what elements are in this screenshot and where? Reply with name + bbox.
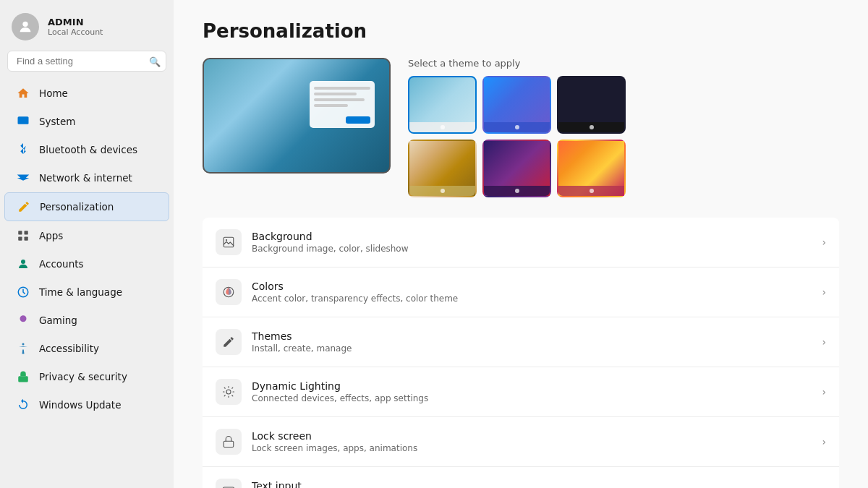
mock-line-3 <box>314 98 365 101</box>
sidebar-label-update: Windows Update <box>39 399 121 411</box>
sidebar-label-accessibility: Accessibility <box>39 343 99 354</box>
network-icon <box>16 171 30 185</box>
background-title: Background <box>252 231 822 242</box>
themes-title: Themes <box>252 330 822 342</box>
svg-point-8 <box>22 343 25 346</box>
themes-chevron: › <box>822 336 826 348</box>
sidebar: ADMIN Local Account 🔍 Home System Blueto… <box>0 0 174 488</box>
colors-subtitle: Accent color, transparency effects, colo… <box>252 294 822 304</box>
themes-panel: Select a theme to apply <box>408 58 839 197</box>
settings-item-dynamic-lighting[interactable]: Dynamic Lighting Connected devices, effe… <box>203 367 839 417</box>
sidebar-item-update[interactable]: Windows Update <box>4 391 169 419</box>
lock-screen-subtitle: Lock screen images, apps, animations <box>252 443 822 453</box>
sidebar-item-apps[interactable]: Apps <box>4 222 169 249</box>
mock-line-1 <box>314 87 370 90</box>
sidebar-label-network: Network & internet <box>39 172 132 184</box>
settings-item-lock-screen[interactable]: Lock screen Lock screen images, apps, an… <box>203 417 839 467</box>
sidebar-item-personalization[interactable]: Personalization <box>4 192 169 221</box>
sidebar-item-gaming[interactable]: Gaming <box>4 307 169 334</box>
system-icon <box>16 114 30 129</box>
svg-rect-2 <box>18 231 22 234</box>
svg-point-13 <box>226 390 231 394</box>
sidebar-item-privacy[interactable]: Privacy & security <box>4 363 169 390</box>
svg-point-11 <box>226 239 227 241</box>
sidebar-label-accounts: Accounts <box>39 258 84 270</box>
personalization-icon <box>17 200 31 214</box>
home-icon <box>16 86 30 100</box>
svg-rect-3 <box>25 231 28 234</box>
sidebar-label-personalization: Personalization <box>40 201 114 213</box>
text-input-title: Text input <box>252 480 822 488</box>
sidebar-item-time[interactable]: Time & language <box>4 278 169 306</box>
apps-icon <box>16 228 30 243</box>
dynamic-lighting-icon <box>216 379 242 405</box>
wallpaper-preview <box>203 58 391 174</box>
theme-gold[interactable] <box>408 140 477 197</box>
lock-screen-icon <box>216 429 242 455</box>
sidebar-item-home[interactable]: Home <box>4 80 169 107</box>
colors-chevron: › <box>822 286 826 298</box>
svg-point-6 <box>21 260 25 264</box>
dynamic-lighting-chevron: › <box>822 386 826 398</box>
background-icon <box>216 229 242 255</box>
taskbar-strip-light <box>409 122 475 132</box>
theme-dark[interactable] <box>557 76 626 134</box>
settings-item-text-input[interactable]: Text input Touch keyboard, voice typing,… <box>203 467 839 488</box>
sidebar-item-system[interactable]: System <box>4 108 169 135</box>
background-chevron: › <box>822 236 826 248</box>
mock-line-4 <box>314 104 348 107</box>
taskbar-strip-blue <box>484 122 550 132</box>
themes-grid <box>408 76 839 197</box>
svg-rect-5 <box>25 237 28 241</box>
user-profile[interactable]: ADMIN Local Account <box>0 0 174 51</box>
sidebar-label-privacy: Privacy & security <box>39 371 127 382</box>
taskbar-strip-sunset <box>558 186 624 196</box>
mock-button <box>346 116 370 124</box>
svg-rect-1 <box>18 116 29 124</box>
settings-item-themes[interactable]: Themes Install, create, manage › <box>203 317 839 367</box>
theme-blue[interactable] <box>482 76 551 134</box>
colors-title: Colors <box>252 281 822 292</box>
sidebar-item-bluetooth[interactable]: Bluetooth & devices <box>4 136 169 163</box>
dynamic-lighting-title: Dynamic Lighting <box>252 380 822 392</box>
main-content: Personalization Select a theme to apply <box>174 0 868 488</box>
dynamic-lighting-subtitle: Connected devices, effects, app settings <box>252 393 822 403</box>
colors-icon <box>216 279 242 305</box>
mock-window <box>310 81 375 128</box>
themes-subtitle: Install, create, manage <box>252 343 822 354</box>
sidebar-item-accessibility[interactable]: Accessibility <box>4 335 169 362</box>
background-subtitle: Background image, color, slideshow <box>252 244 822 254</box>
sidebar-label-bluetooth: Bluetooth & devices <box>39 144 137 155</box>
sidebar-label-gaming: Gaming <box>39 314 77 326</box>
themes-icon <box>216 329 242 355</box>
search-icon: 🔍 <box>149 56 161 67</box>
search-box[interactable]: 🔍 <box>7 51 166 72</box>
sidebar-label-system: System <box>39 116 75 127</box>
taskbar-strip-gold <box>409 186 475 196</box>
avatar <box>12 13 39 40</box>
sidebar-label-apps: Apps <box>39 230 63 241</box>
sidebar-item-network[interactable]: Network & internet <box>4 164 169 192</box>
page-title: Personalization <box>203 20 839 42</box>
theme-purple[interactable] <box>482 140 551 197</box>
svg-rect-4 <box>18 237 22 241</box>
taskbar-strip-dark <box>558 122 624 132</box>
sidebar-item-accounts[interactable]: Accounts <box>4 250 169 278</box>
accounts-icon <box>16 257 30 271</box>
svg-point-0 <box>22 22 27 27</box>
sidebar-label-home: Home <box>39 87 68 99</box>
theme-light[interactable] <box>408 76 477 134</box>
search-input[interactable] <box>7 51 166 72</box>
theme-sunset[interactable] <box>557 140 626 197</box>
settings-item-background[interactable]: Background Background image, color, slid… <box>203 218 839 267</box>
lock-screen-title: Lock screen <box>252 430 822 442</box>
accessibility-icon <box>16 341 30 356</box>
svg-rect-9 <box>18 376 28 382</box>
privacy-icon <box>16 369 30 384</box>
taskbar-strip-purple <box>484 186 550 196</box>
sidebar-nav: Home System Bluetooth & devices Network … <box>0 79 174 419</box>
mock-line-2 <box>314 93 357 95</box>
settings-item-colors[interactable]: Colors Accent color, transparency effect… <box>203 267 839 317</box>
sidebar-label-time: Time & language <box>39 286 122 298</box>
svg-rect-14 <box>224 441 234 447</box>
